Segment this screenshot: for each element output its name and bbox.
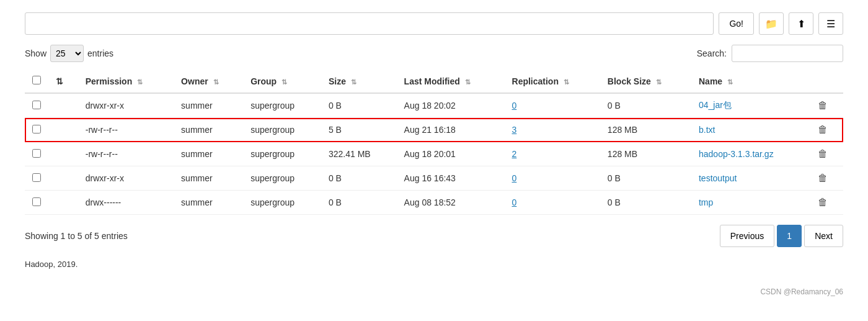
th-size[interactable]: Size ⇅: [321, 70, 397, 93]
select-all-col: [25, 70, 48, 93]
replication-link[interactable]: 0: [512, 101, 517, 111]
th-permission[interactable]: Permission ⇅: [78, 70, 174, 93]
list-icon: ☰: [826, 18, 835, 30]
permission-sort-icon: ⇅: [137, 78, 143, 86]
row-name[interactable]: b.txt: [691, 118, 810, 142]
row-size: 322.41 MB: [321, 142, 397, 166]
table-header-row: ⇅ Permission ⇅ Owner ⇅ Group ⇅ Size ⇅ La…: [25, 70, 843, 93]
showing-text: Showing 1 to 5 of 5 entries: [25, 231, 128, 241]
delete-icon[interactable]: 🗑: [818, 197, 828, 207]
row-owner: summer: [174, 142, 243, 166]
folder-icon: 📁: [765, 18, 777, 30]
group-sort-icon: ⇅: [281, 78, 287, 86]
row-group: supergroup: [243, 166, 321, 191]
row-name[interactable]: testoutput: [691, 166, 810, 191]
table-row: drwxr-xr-xsummersupergroup0 BAug 16 16:4…: [25, 166, 843, 191]
previous-button[interactable]: Previous: [720, 225, 774, 247]
row-replication[interactable]: 3: [505, 118, 600, 142]
row-checkbox-cell: [25, 166, 48, 191]
row-owner: summer: [174, 93, 243, 118]
row-size: 0 B: [321, 166, 397, 191]
row-empty-col: [48, 93, 78, 118]
th-permission-label: Permission: [86, 76, 132, 86]
name-link[interactable]: b.txt: [699, 125, 715, 135]
row-empty-col: [48, 166, 78, 191]
row-checkbox[interactable]: [32, 197, 41, 206]
row-replication[interactable]: 0: [505, 93, 600, 118]
row-replication[interactable]: 0: [505, 166, 600, 191]
th-replication[interactable]: Replication ⇅: [505, 70, 600, 93]
th-group[interactable]: Group ⇅: [243, 70, 321, 93]
page-1-button[interactable]: 1: [777, 225, 802, 247]
th-owner[interactable]: Owner ⇅: [174, 70, 243, 93]
name-link[interactable]: tmp: [699, 197, 713, 207]
row-replication[interactable]: 2: [505, 142, 600, 166]
replication-link[interactable]: 0: [512, 173, 517, 183]
row-group: supergroup: [243, 191, 321, 215]
row-delete-cell: 🗑: [810, 166, 843, 191]
sort-icon-col: ⇅: [48, 70, 78, 93]
row-last-modified: Aug 08 18:52: [397, 191, 505, 215]
next-button[interactable]: Next: [804, 225, 843, 247]
row-empty-col: [48, 118, 78, 142]
row-empty-col: [48, 191, 78, 215]
name-link[interactable]: 04_jar包: [699, 100, 732, 110]
show-entries: Show 10 25 50 100 entries: [25, 45, 113, 62]
row-group: supergroup: [243, 118, 321, 142]
name-link[interactable]: hadoop-3.1.3.tar.gz: [699, 149, 774, 159]
select-all-checkbox[interactable]: [32, 76, 41, 84]
name-sort-icon: ⇅: [727, 78, 733, 86]
th-actions: [810, 70, 843, 93]
credit-text: CSDN @Redamancy_06: [760, 287, 843, 296]
row-delete-cell: 🗑: [810, 191, 843, 215]
delete-icon[interactable]: 🗑: [818, 148, 828, 159]
row-checkbox[interactable]: [32, 101, 41, 109]
table-row: drwx------summersupergroup0 BAug 08 18:5…: [25, 191, 843, 215]
th-replication-label: Replication: [512, 76, 559, 86]
th-last-modified[interactable]: Last Modified ⇅: [397, 70, 505, 93]
th-block-size[interactable]: Block Size ⇅: [600, 70, 691, 93]
table-row: -rw-r--r--summersupergroup322.41 MBAug 1…: [25, 142, 843, 166]
row-checkbox[interactable]: [32, 149, 41, 158]
row-permission: -rw-r--r--: [78, 118, 174, 142]
row-checkbox[interactable]: [32, 173, 41, 182]
row-owner: summer: [174, 191, 243, 215]
row-permission: drwx------: [78, 191, 174, 215]
delete-icon[interactable]: 🗑: [818, 173, 828, 183]
list-button[interactable]: ☰: [818, 12, 843, 35]
th-owner-label: Owner: [181, 76, 208, 86]
show-label: Show: [25, 48, 46, 58]
replication-link[interactable]: 3: [512, 125, 517, 135]
search-input[interactable]: [732, 45, 843, 62]
row-last-modified: Aug 18 20:02: [397, 93, 505, 118]
delete-icon[interactable]: 🗑: [818, 100, 828, 111]
delete-icon[interactable]: 🗑: [818, 124, 828, 135]
th-last-modified-label: Last Modified: [404, 76, 460, 86]
row-group: supergroup: [243, 93, 321, 118]
row-delete-cell: 🗑: [810, 142, 843, 166]
row-checkbox[interactable]: [32, 125, 41, 133]
name-link[interactable]: testoutput: [699, 173, 737, 183]
search-bar: Search:: [697, 45, 843, 62]
row-name[interactable]: hadoop-3.1.3.tar.gz: [691, 142, 810, 166]
row-name[interactable]: tmp: [691, 191, 810, 215]
replication-link[interactable]: 0: [512, 197, 517, 207]
replication-link[interactable]: 2: [512, 149, 517, 159]
row-name[interactable]: 04_jar包: [691, 93, 810, 118]
row-owner: summer: [174, 118, 243, 142]
size-sort-icon: ⇅: [351, 78, 356, 86]
folder-button[interactable]: 📁: [759, 12, 784, 35]
th-name[interactable]: Name ⇅: [691, 70, 810, 93]
row-size: 0 B: [321, 93, 397, 118]
go-button[interactable]: Go!: [719, 12, 754, 35]
row-checkbox-cell: [25, 191, 48, 215]
row-replication[interactable]: 0: [505, 191, 600, 215]
upload-button[interactable]: ⬆: [789, 12, 813, 35]
search-label: Search:: [697, 48, 727, 58]
th-name-label: Name: [699, 76, 722, 86]
th-block-size-label: Block Size: [608, 76, 651, 86]
row-permission: drwxr-xr-x: [78, 166, 174, 191]
hadoop-footer-text: Hadoop, 2019.: [25, 260, 78, 269]
entries-select[interactable]: 10 25 50 100: [50, 45, 84, 62]
path-input[interactable]: /: [25, 12, 714, 35]
